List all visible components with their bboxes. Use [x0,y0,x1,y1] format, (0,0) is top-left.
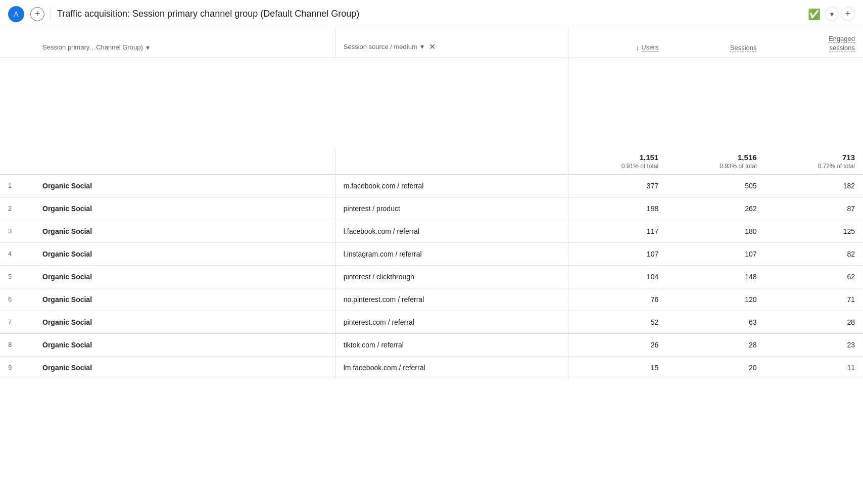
row-users: 104 [568,265,666,288]
chart-area-row [0,58,863,149]
row-sessions: 262 [666,197,764,220]
totals-sessions-cell: 1,516 0.93% of total [666,149,764,174]
row-dim1: Organic Social [34,288,335,311]
totals-users-cell: 1,151 0.91% of total [568,149,666,174]
table-header-row: Session primary…Channel Group) ▾ Session… [0,28,863,58]
dim1-header-label: Session primary…Channel Group) [42,43,143,52]
title-add-button[interactable]: + [841,7,855,21]
dim2-header-label: Session source / medium [344,42,417,52]
row-users: 107 [568,242,666,265]
data-table-container: Session primary…Channel Group) ▾ Session… [0,28,863,379]
row-users: 52 [568,311,666,333]
row-num: 9 [0,356,34,379]
page-title: Traffic acquisition: Session primary cha… [57,9,802,19]
row-sessions: 180 [666,220,764,242]
row-engaged: 125 [765,220,863,242]
row-dim1: Organic Social [34,174,335,197]
chart-metrics-area [568,58,863,149]
dim2-dropdown-icon[interactable]: ▾ [420,42,424,52]
title-actions: ✅ ▾ + [808,7,855,21]
table-row: 1 Organic Social m.facebook.com / referr… [0,174,863,197]
col-header-engaged[interactable]: Engagedsessions [765,28,863,58]
table-body: 1 Organic Social m.facebook.com / referr… [0,174,863,379]
row-engaged: 71 [765,288,863,311]
totals-dim1-cell [34,149,335,174]
row-dim1: Organic Social [34,311,335,333]
row-users: 15 [568,356,666,379]
row-num: 2 [0,197,34,220]
dim2-close-icon[interactable]: ✕ [429,41,436,53]
row-dim2: m.facebook.com / referral [335,174,568,197]
row-users: 117 [568,220,666,242]
check-icon: ✅ [808,8,821,20]
row-engaged: 28 [765,311,863,333]
row-engaged: 23 [765,333,863,356]
totals-users-pct: 0.91% of total [577,163,658,170]
add-tab-button[interactable]: + [30,7,44,21]
totals-num-cell [0,149,34,174]
totals-users-value: 1,151 [577,153,658,162]
chart-dim1-area [0,58,335,149]
row-num: 7 [0,311,34,333]
row-users: 198 [568,197,666,220]
row-dim1: Organic Social [34,356,335,379]
row-sessions: 505 [666,174,764,197]
row-dim2: pinterest / product [335,197,568,220]
col-header-dim1: Session primary…Channel Group) ▾ [34,28,335,58]
row-users: 26 [568,333,666,356]
row-dim1: Organic Social [34,265,335,288]
top-bar: A + Traffic acquisition: Session primary… [0,0,863,28]
totals-row: 1,151 0.91% of total 1,516 0.93% of tota… [0,149,863,174]
table-row: 6 Organic Social no.pinterest.com / refe… [0,288,863,311]
title-chevron-button[interactable]: ▾ [825,7,839,21]
sessions-label: Sessions [730,43,757,53]
users-sort-icon: ↓ [636,43,639,53]
row-sessions: 20 [666,356,764,379]
row-engaged: 11 [765,356,863,379]
totals-dim2-cell [335,149,568,174]
row-dim1: Organic Social [34,242,335,265]
row-users: 76 [568,288,666,311]
row-engaged: 87 [765,197,863,220]
row-users: 377 [568,174,666,197]
row-dim2: no.pinterest.com / referral [335,288,568,311]
row-dim1: Organic Social [34,197,335,220]
row-sessions: 28 [666,333,764,356]
totals-engaged-pct: 0.72% of total [773,163,855,170]
table-row: 5 Organic Social pinterest / clickthroug… [0,265,863,288]
row-dim2: l.facebook.com / referral [335,220,568,242]
row-num: 4 [0,242,34,265]
row-num: 5 [0,265,34,288]
table-row: 7 Organic Social pinterest.com / referra… [0,311,863,333]
totals-engaged-cell: 713 0.72% of total [765,149,863,174]
table-row: 3 Organic Social l.facebook.com / referr… [0,220,863,242]
table-row: 4 Organic Social l.instagram.com / refer… [0,242,863,265]
data-table: Session primary…Channel Group) ▾ Session… [0,28,863,379]
row-engaged: 62 [765,265,863,288]
row-dim1: Organic Social [34,333,335,356]
totals-engaged-value: 713 [773,153,855,162]
row-dim1: Organic Social [34,220,335,242]
totals-sessions-pct: 0.93% of total [675,163,756,170]
engaged-label: Engagedsessions [829,34,855,53]
row-dim2: pinterest / clickthrough [335,265,568,288]
row-sessions: 63 [666,311,764,333]
col-header-users[interactable]: ↓ Users [568,28,666,58]
totals-sessions-value: 1,516 [675,153,756,162]
chart-dim2-area [335,58,568,149]
row-num: 3 [0,220,34,242]
row-engaged: 182 [765,174,863,197]
row-num: 6 [0,288,34,311]
dim1-dropdown-icon[interactable]: ▾ [146,43,150,53]
row-dim2: tiktok.com / referral [335,333,568,356]
row-dim2: lm.facebook.com / referral [335,356,568,379]
row-dim2: pinterest.com / referral [335,311,568,333]
col-header-sessions[interactable]: Sessions [666,28,764,58]
row-engaged: 82 [765,242,863,265]
table-row: 8 Organic Social tiktok.com / referral 2… [0,333,863,356]
row-dim2: l.instagram.com / referral [335,242,568,265]
col-header-dim2: Session source / medium ▾ ✕ [335,28,568,58]
row-sessions: 107 [666,242,764,265]
row-num: 1 [0,174,34,197]
top-bar-divider [51,7,51,21]
